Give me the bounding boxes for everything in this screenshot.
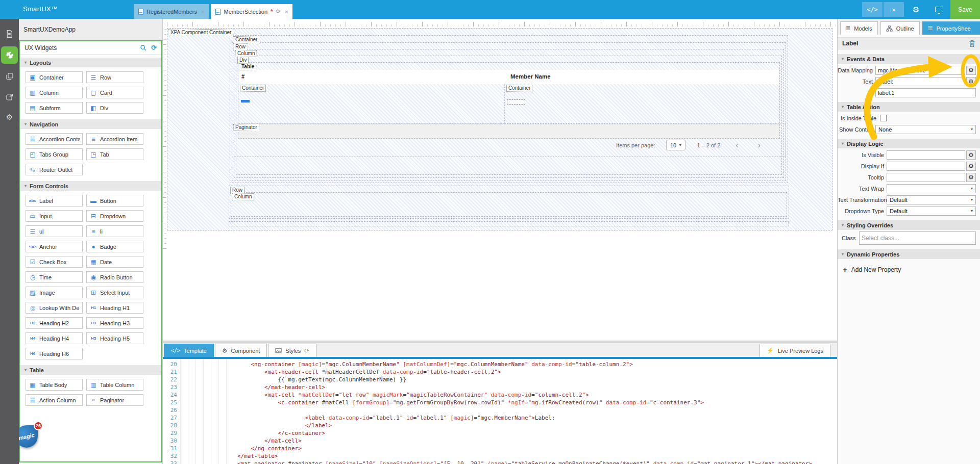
- widget-heading-h4[interactable]: H4Heading H4: [26, 332, 83, 344]
- gear-button-text[interactable]: ⚙: [966, 77, 976, 86]
- close-window-button[interactable]: ✕: [884, 2, 904, 17]
- cell-container-tag[interactable]: Container: [506, 85, 532, 92]
- widget-badge[interactable]: ●Badge: [86, 241, 143, 252]
- widget-router-outlet[interactable]: ⇆Router Outlet: [26, 164, 83, 175]
- widget-heading-h6[interactable]: H6Heading H6: [26, 348, 83, 359]
- input-is-visible[interactable]: [887, 150, 965, 160]
- widget-card[interactable]: ▢Card: [86, 87, 143, 98]
- settings-nav-button[interactable]: ⚙: [0, 110, 19, 125]
- input-id[interactable]: [875, 88, 976, 97]
- select-text-transformation[interactable]: Default▾: [887, 195, 976, 204]
- prop-section-header-events-data[interactable]: ▾Events & Data: [838, 54, 980, 64]
- prop-section-header-table-action[interactable]: ▾Table Action: [838, 102, 980, 112]
- widget-select-input[interactable]: ⊞Select Input: [86, 287, 143, 298]
- select-dropdown-type[interactable]: Default▾: [887, 207, 976, 216]
- widget-section-header-layouts[interactable]: ▾Layouts: [20, 58, 161, 67]
- tab-component[interactable]: ⚙ Component: [215, 344, 267, 357]
- widget-heading-h1[interactable]: H1Heading H1: [86, 302, 143, 314]
- widget-dropdown[interactable]: ⊟Dropdown: [86, 210, 143, 222]
- widget-accordion-item[interactable]: ≡Accordion Item: [86, 133, 143, 145]
- table-cell-1[interactable]: Container: [238, 84, 504, 124]
- tab-outline[interactable]: Outline: [880, 21, 920, 35]
- gear-button-data-mapping[interactable]: ⚙: [966, 66, 976, 75]
- add-new-property-button[interactable]: +Add New Property: [838, 259, 980, 274]
- tab-memberselection[interactable]: MemberSelection * ⟳ ×: [211, 4, 292, 19]
- refresh-icon[interactable]: ⟳: [304, 347, 309, 354]
- widget-action-column[interactable]: ☰Action Column: [26, 394, 83, 406]
- widget-time[interactable]: ◷Time: [26, 271, 83, 283]
- prop-section-header-display-logic[interactable]: ▾Display Logic: [838, 139, 980, 148]
- items-per-page-select[interactable]: 10 ▼: [666, 140, 685, 150]
- widget-heading-h2[interactable]: H2Heading H2: [26, 317, 83, 329]
- column-header-member-name[interactable]: Member Name: [510, 73, 551, 80]
- widget-image[interactable]: ▨Image: [26, 287, 83, 298]
- live-preview-logs-button[interactable]: ⚡ Live Preview Logs: [760, 344, 830, 357]
- widget-heading-h3[interactable]: H3Heading H3: [86, 317, 143, 329]
- widget-paginator[interactable]: ‹›Paginator: [86, 394, 143, 406]
- gear-button-tooltip[interactable]: ⚙: [966, 173, 976, 182]
- gears-icon[interactable]: ⚙: [904, 5, 927, 14]
- design-canvas[interactable]: XPA Component Container Container Row Co…: [162, 19, 837, 341]
- column-tag[interactable]: Column: [232, 193, 254, 200]
- widget-column[interactable]: ▥Column: [26, 87, 83, 98]
- widget-label[interactable]: abcLabel: [26, 195, 83, 207]
- column-header-index[interactable]: #: [241, 73, 244, 80]
- widget-table-body[interactable]: ▦Table Body: [26, 379, 83, 391]
- close-icon[interactable]: ×: [201, 9, 204, 15]
- widget-section-header-form-controls[interactable]: ▾Form Controls: [20, 181, 161, 191]
- code-editor[interactable]: 20 <ng-container [magic]="mgc.ColumnMemb…: [163, 359, 837, 464]
- empty-row-box[interactable]: [229, 221, 789, 226]
- next-page-button[interactable]: ›: [754, 141, 765, 150]
- widget-tabs-group[interactable]: ◰Tabs Group: [26, 148, 83, 160]
- widget-section-header-navigation[interactable]: ▾Navigation: [20, 119, 161, 129]
- tab-styles[interactable]: Styles ⟳: [268, 344, 316, 357]
- copies-nav-button[interactable]: [0, 69, 19, 84]
- input-class[interactable]: [859, 231, 976, 245]
- app-name[interactable]: SmartUXDemoApp: [19, 19, 162, 40]
- paginator-tag[interactable]: Paginator: [233, 124, 259, 131]
- widget-subform[interactable]: ▤Subform: [26, 102, 83, 114]
- publish-nav-button[interactable]: [0, 89, 19, 105]
- search-icon[interactable]: [140, 44, 147, 51]
- xpa-component-container[interactable]: XPA Component Container Container Row Co…: [167, 28, 832, 230]
- table-data-row[interactable]: Container Container: [238, 84, 779, 124]
- checkbox-is-inside-table[interactable]: [880, 115, 887, 121]
- cell-container-tag[interactable]: Container: [240, 85, 266, 92]
- widget-date[interactable]: ▦Date: [86, 256, 143, 268]
- widget-button[interactable]: ▬Button: [86, 195, 143, 207]
- input-data-mapping[interactable]: [875, 66, 965, 75]
- tab-propertysheet[interactable]: ☰ PropertyShee: [922, 21, 980, 35]
- widget-row[interactable]: ☰Row: [86, 71, 143, 83]
- widget-ul[interactable]: ☰ul: [26, 225, 83, 237]
- save-button[interactable]: Save: [950, 0, 980, 19]
- input-tooltip[interactable]: [887, 173, 965, 182]
- table-header-row[interactable]: # Member Name: [238, 70, 779, 84]
- widget-input[interactable]: ▭Input: [26, 210, 83, 222]
- input-display-if[interactable]: [887, 162, 965, 171]
- pages-nav-button[interactable]: [0, 26, 19, 41]
- trash-icon[interactable]: [969, 40, 975, 47]
- row-tag[interactable]: Row: [230, 187, 244, 194]
- code-view-button[interactable]: </>: [862, 2, 883, 17]
- xpa-container-tag[interactable]: XPA Component Container: [168, 29, 233, 36]
- row-tag[interactable]: Row: [233, 43, 248, 50]
- refresh-icon[interactable]: ⟳: [276, 8, 281, 15]
- widget-check-box[interactable]: ☑Check Box: [26, 256, 83, 268]
- column-tag[interactable]: Column: [235, 50, 257, 57]
- widget-radio-button[interactable]: ◉Radio Button: [86, 271, 143, 283]
- prop-section-header-dynamic-properties[interactable]: ▾Dynamic Properties: [838, 249, 980, 259]
- table-tag[interactable]: Table: [239, 63, 256, 70]
- gear-button-display-if[interactable]: ⚙: [966, 162, 976, 171]
- div-tag[interactable]: Div: [237, 57, 249, 64]
- widget-table-column[interactable]: ▥Table Column: [86, 379, 143, 391]
- widget-lookup-with-de[interactable]: ◎Lookup With De...: [26, 302, 83, 314]
- tab-registeredmembers[interactable]: RegisteredMembers ×: [134, 4, 209, 19]
- label-widget-stub[interactable]: [507, 99, 525, 105]
- tab-template[interactable]: </> Template: [164, 344, 214, 357]
- column-box-2[interactable]: Column: [231, 192, 787, 217]
- previous-page-button[interactable]: ‹: [731, 141, 742, 150]
- preview-monitor-icon[interactable]: [927, 5, 950, 14]
- widget-li[interactable]: ≡li: [86, 225, 143, 237]
- widget-div[interactable]: ◧Div: [86, 102, 143, 114]
- select-text-wrap[interactable]: ▾: [887, 184, 976, 193]
